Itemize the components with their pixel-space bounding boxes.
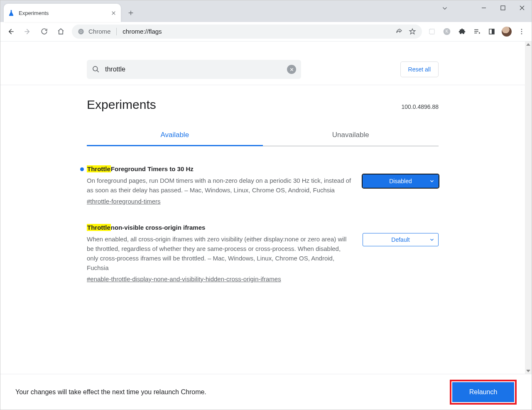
flag-select-value: Default bbox=[391, 236, 409, 243]
maximize-button[interactable] bbox=[493, 0, 512, 15]
chrome-menu-icon[interactable] bbox=[517, 27, 527, 37]
flags-tabs: Available Unavailable bbox=[87, 126, 439, 146]
back-button[interactable] bbox=[4, 25, 18, 39]
bookmark-icon[interactable] bbox=[409, 28, 416, 35]
svg-text:K: K bbox=[446, 29, 449, 34]
flag-select[interactable]: Disabled bbox=[363, 174, 439, 188]
browser-tab[interactable]: Experiments bbox=[4, 4, 121, 22]
svg-point-9 bbox=[521, 29, 522, 30]
flask-icon bbox=[8, 10, 15, 16]
svg-rect-4 bbox=[429, 29, 434, 34]
svg-rect-8 bbox=[492, 29, 494, 34]
search-flags-box[interactable] bbox=[87, 60, 301, 79]
svg-point-11 bbox=[521, 33, 522, 34]
flag-select-value: Disabled bbox=[389, 178, 412, 184]
flag-anchor-link[interactable]: #throttle-foreground-timers bbox=[87, 198, 161, 205]
window-controls bbox=[474, 0, 532, 15]
extension-icons: K bbox=[427, 27, 528, 37]
home-button[interactable] bbox=[54, 25, 68, 39]
forward-button bbox=[20, 25, 34, 39]
relaunch-button[interactable]: Relaunch bbox=[452, 382, 514, 402]
vertical-scrollbar[interactable] bbox=[525, 42, 532, 374]
changed-indicator-icon bbox=[80, 167, 84, 171]
flag-title: Throttle non-visible cross-origin iframe… bbox=[87, 224, 352, 231]
tab-unavailable[interactable]: Unavailable bbox=[263, 126, 439, 146]
chevron-down-icon bbox=[429, 237, 435, 243]
highlighted-match: Throttle bbox=[87, 224, 111, 231]
flag-description: On foreground pages, run DOM timers with… bbox=[87, 176, 352, 195]
relaunch-highlight: Relaunch bbox=[450, 380, 517, 405]
flag-description: When enabled, all cross-origin iframes w… bbox=[87, 234, 352, 273]
tab-title: Experiments bbox=[19, 10, 110, 16]
omnibox[interactable]: Chrome chrome://flags bbox=[72, 25, 422, 39]
window-titlebar: Experiments bbox=[0, 0, 532, 22]
reload-button[interactable] bbox=[37, 25, 51, 39]
flag-row: Throttle non-visible cross-origin iframe… bbox=[87, 224, 439, 282]
svg-point-3 bbox=[80, 30, 82, 32]
highlighted-match: Throttle bbox=[87, 165, 111, 172]
extension-k-icon[interactable]: K bbox=[442, 27, 452, 37]
search-input[interactable] bbox=[105, 66, 282, 73]
flag-title: Throttle Foreground Timers to 30 Hz bbox=[87, 165, 352, 172]
page-content: Reset all Experiments 100.0.4896.88 Avai… bbox=[0, 41, 532, 374]
tab-available[interactable]: Available bbox=[87, 126, 263, 146]
omnibox-separator bbox=[116, 28, 117, 35]
reset-all-button[interactable]: Reset all bbox=[400, 61, 439, 77]
tab-search-icon[interactable] bbox=[441, 5, 449, 12]
profile-avatar[interactable] bbox=[502, 27, 512, 37]
svg-point-12 bbox=[93, 66, 98, 71]
chevron-down-icon bbox=[429, 178, 435, 184]
pocket-icon[interactable] bbox=[427, 27, 437, 37]
new-tab-button[interactable] bbox=[125, 7, 137, 19]
chrome-version: 100.0.4896.88 bbox=[401, 103, 439, 110]
flag-anchor-link[interactable]: #enable-throttle-display-none-and-visibi… bbox=[87, 275, 281, 282]
flag-row: Throttle Foreground Timers to 30 Hz On f… bbox=[87, 165, 439, 205]
share-icon[interactable] bbox=[395, 28, 403, 35]
search-icon bbox=[92, 65, 100, 74]
reader-icon[interactable] bbox=[487, 27, 497, 37]
media-icon[interactable] bbox=[472, 27, 482, 37]
minimize-button[interactable] bbox=[474, 0, 493, 15]
chrome-icon bbox=[78, 28, 84, 35]
footer-message: Your changes will take effect the next t… bbox=[15, 388, 206, 396]
flag-select[interactable]: Default bbox=[363, 233, 439, 246]
relaunch-footer: Your changes will take effect the next t… bbox=[0, 374, 532, 410]
close-tab-icon[interactable] bbox=[110, 10, 117, 16]
svg-point-10 bbox=[521, 31, 522, 32]
svg-rect-0 bbox=[501, 6, 505, 10]
omnibox-chip: Chrome bbox=[88, 28, 110, 35]
clear-search-icon[interactable] bbox=[287, 65, 296, 74]
omnibox-url: chrome://flags bbox=[123, 28, 391, 35]
extensions-puzzle-icon[interactable] bbox=[457, 27, 467, 37]
browser-toolbar: Chrome chrome://flags K bbox=[0, 22, 532, 41]
close-window-button[interactable] bbox=[512, 0, 532, 15]
page-title: Experiments bbox=[87, 98, 156, 112]
